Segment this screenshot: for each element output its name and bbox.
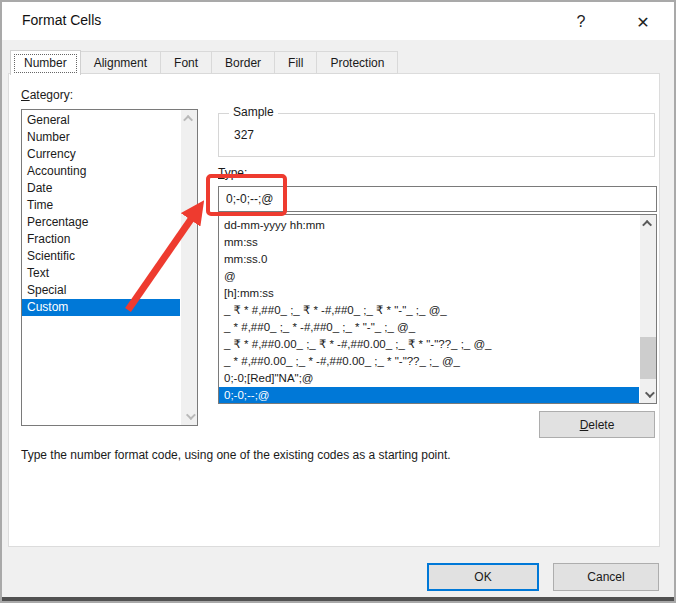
- type-code-item[interactable]: @: [219, 268, 639, 285]
- category-label: Category:: [21, 88, 73, 102]
- type-code-item[interactable]: _ ₹ * #,##0.00_ ;_ ₹ * -#,##0.00_ ;_ ₹ *…: [219, 336, 639, 353]
- scroll-up-button[interactable]: [640, 215, 656, 232]
- help-text: Type the number format code, using one o…: [21, 448, 451, 462]
- tab-font[interactable]: Font: [161, 51, 212, 74]
- dialog-title: Format Cells: [22, 12, 101, 28]
- title-bar: Format Cells ? ✕: [2, 2, 674, 40]
- chevron-down-icon: [644, 388, 654, 398]
- sample-label: Sample: [229, 105, 278, 119]
- type-code-item[interactable]: mm:ss.0: [219, 251, 639, 268]
- arrow-line: [128, 212, 196, 310]
- number-tab-page: Category: General Number Currency Accoun…: [8, 73, 660, 547]
- tab-protection[interactable]: Protection: [317, 51, 398, 74]
- chevron-down-icon: [185, 410, 195, 420]
- tab-border[interactable]: Border: [212, 51, 275, 74]
- format-cells-dialog: Format Cells ? ✕ Number Alignment Font B…: [0, 0, 676, 603]
- type-code-item-selected[interactable]: 0;-0;--;@: [219, 387, 639, 404]
- category-item-general[interactable]: General: [22, 112, 180, 129]
- sample-value: 327: [234, 128, 254, 142]
- tab-alignment[interactable]: Alignment: [81, 51, 161, 74]
- tab-number[interactable]: Number: [10, 50, 81, 75]
- scroll-down-button[interactable]: [640, 386, 656, 403]
- tab-fill[interactable]: Fill: [275, 51, 317, 74]
- cancel-button[interactable]: Cancel: [553, 563, 659, 591]
- type-code-item[interactable]: dd-mm-yyyy hh:mm: [219, 217, 639, 234]
- type-code-item[interactable]: mm:ss: [219, 234, 639, 251]
- annotation-arrow: [112, 186, 222, 320]
- tab-strip: Number Alignment Font Border Fill Protec…: [10, 50, 398, 74]
- close-button[interactable]: ✕: [624, 8, 662, 36]
- category-item-accounting[interactable]: Accounting: [22, 163, 180, 180]
- help-button[interactable]: ?: [562, 8, 600, 36]
- scroll-down-button[interactable]: [181, 408, 197, 425]
- category-item-number[interactable]: Number: [22, 129, 180, 146]
- close-icon: ✕: [636, 13, 649, 32]
- type-code-item[interactable]: 0;-0;[Red]"NA";@: [219, 370, 639, 387]
- type-code-item[interactable]: [h]:mm:ss: [219, 285, 639, 302]
- delete-button[interactable]: Delete: [539, 411, 655, 438]
- category-item-currency[interactable]: Currency: [22, 146, 180, 163]
- type-list-scrollbar[interactable]: [640, 215, 656, 403]
- scrollbar-thumb[interactable]: [640, 337, 656, 379]
- type-code-listbox[interactable]: dd-mm-yyyy hh:mm mm:ss mm:ss.0 @ [h]:mm:…: [218, 214, 657, 404]
- type-code-item[interactable]: _ ₹ * #,##0_ ;_ ₹ * -#,##0_ ;_ ₹ * "-"_ …: [219, 302, 639, 319]
- ok-button[interactable]: OK: [427, 563, 539, 591]
- type-code-item[interactable]: _ * #,##0_ ;_ * -#,##0_ ;_ * "-"_ ;_ @_: [219, 319, 639, 336]
- help-icon: ?: [577, 13, 586, 31]
- type-code-item[interactable]: _ * #,##0.00_ ;_ * -#,##0.00_ ;_ * "-"??…: [219, 353, 639, 370]
- sample-groupbox: Sample 327: [218, 113, 655, 157]
- scroll-up-button[interactable]: [181, 110, 197, 127]
- chevron-up-icon: [642, 220, 652, 230]
- chevron-up-icon: [183, 115, 193, 125]
